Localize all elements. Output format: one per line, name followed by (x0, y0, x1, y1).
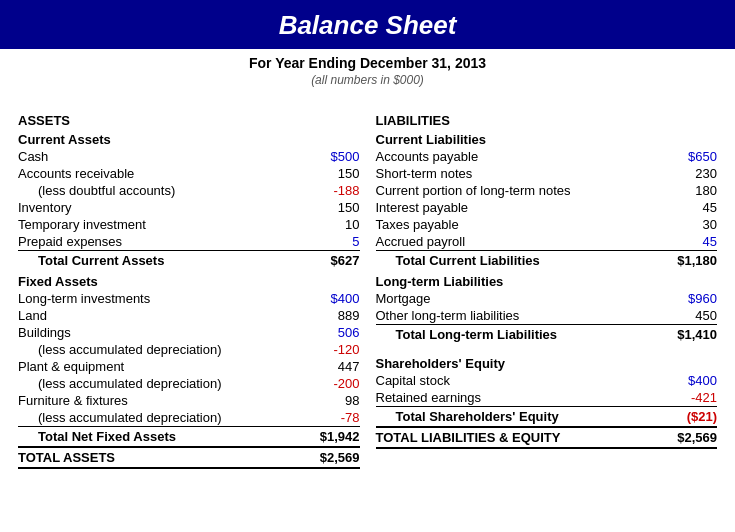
current-longterm-row: Current portion of long-term notes 180 (376, 182, 718, 199)
short-term-notes-label: Short-term notes (376, 166, 663, 181)
plant-row: Plant & equipment 447 (18, 358, 360, 375)
fixed-assets-title: Fixed Assets (18, 274, 360, 289)
total-fixed-assets-row: Total Net Fixed Assets $1,942 (18, 426, 360, 446)
total-liabilities-value: $2,569 (662, 430, 717, 445)
total-current-assets-value: $627 (305, 253, 360, 268)
cash-value: $500 (305, 149, 360, 164)
accrued-payroll-label: Accrued payroll (376, 234, 663, 249)
prepaid-row: Prepaid expenses 5 (18, 233, 360, 250)
header: Balance Sheet (0, 0, 735, 49)
total-current-liabilities-value: $1,180 (662, 253, 717, 268)
current-liabilities-title: Current Liabilities (376, 132, 718, 147)
accounts-payable-label: Accounts payable (376, 149, 663, 164)
inventory-label: Inventory (18, 200, 305, 215)
total-assets-row: TOTAL ASSETS $2,569 (18, 446, 360, 469)
assets-title: ASSETS (18, 113, 360, 128)
capital-stock-value: $400 (662, 373, 717, 388)
land-row: Land 889 (18, 307, 360, 324)
furniture-row: Furniture & fixtures 98 (18, 392, 360, 409)
note: (all numbers in $000) (0, 73, 735, 87)
doubtful-accounts-row: (less doubtful accounts) -188 (18, 182, 360, 199)
accounts-payable-row: Accounts payable $650 (376, 148, 718, 165)
inventory-row: Inventory 150 (18, 199, 360, 216)
other-longterm-row: Other long-term liabilities 450 (376, 307, 718, 324)
doubtful-accounts-value: -188 (305, 183, 360, 198)
total-current-liabilities-label: Total Current Liabilities (376, 253, 663, 268)
accrued-payroll-value: 45 (662, 234, 717, 249)
retained-earnings-row: Retained earnings -421 (376, 389, 718, 406)
plant-depr-value: -200 (305, 376, 360, 391)
total-longterm-value: $1,410 (662, 327, 717, 342)
longterm-liabilities-title: Long-term Liabilities (376, 274, 718, 289)
temp-investment-value: 10 (305, 217, 360, 232)
mortgage-row: Mortgage $960 (376, 290, 718, 307)
total-longterm-row: Total Long-term Liabilities $1,410 (376, 324, 718, 344)
retained-earnings-label: Retained earnings (376, 390, 663, 405)
capital-stock-row: Capital stock $400 (376, 372, 718, 389)
taxes-payable-value: 30 (662, 217, 717, 232)
equity-title: Shareholders' Equity (376, 356, 718, 371)
taxes-payable-row: Taxes payable 30 (376, 216, 718, 233)
interest-payable-label: Interest payable (376, 200, 663, 215)
buildings-depr-row: (less accumulated depreciation) -120 (18, 341, 360, 358)
furniture-label: Furniture & fixtures (18, 393, 305, 408)
total-current-liabilities-row: Total Current Liabilities $1,180 (376, 250, 718, 270)
current-assets-title: Current Assets (18, 132, 360, 147)
total-assets-label: TOTAL ASSETS (18, 450, 305, 465)
interest-payable-row: Interest payable 45 (376, 199, 718, 216)
temp-investment-label: Temporary investment (18, 217, 305, 232)
total-current-assets-row: Total Current Assets $627 (18, 250, 360, 270)
short-term-notes-row: Short-term notes 230 (376, 165, 718, 182)
taxes-payable-label: Taxes payable (376, 217, 663, 232)
other-longterm-value: 450 (662, 308, 717, 323)
total-fixed-assets-label: Total Net Fixed Assets (18, 429, 305, 444)
mortgage-value: $960 (662, 291, 717, 306)
short-term-notes-value: 230 (662, 166, 717, 181)
accounts-receivable-row: Accounts receivable 150 (18, 165, 360, 182)
accounts-receivable-label: Accounts receivable (18, 166, 305, 181)
cash-row: Cash $500 (18, 148, 360, 165)
doubtful-accounts-label: (less doubtful accounts) (38, 183, 305, 198)
liabilities-column: LIABILITIES Current Liabilities Accounts… (368, 105, 726, 469)
current-longterm-value: 180 (662, 183, 717, 198)
current-longterm-label: Current portion of long-term notes (376, 183, 663, 198)
assets-column: ASSETS Current Assets Cash $500 Accounts… (10, 105, 368, 469)
longterm-invest-row: Long-term investments $400 (18, 290, 360, 307)
capital-stock-label: Capital stock (376, 373, 663, 388)
retained-earnings-value: -421 (662, 390, 717, 405)
prepaid-value: 5 (305, 234, 360, 249)
interest-payable-value: 45 (662, 200, 717, 215)
buildings-label: Buildings (18, 325, 305, 340)
plant-value: 447 (305, 359, 360, 374)
buildings-row: Buildings 506 (18, 324, 360, 341)
prepaid-label: Prepaid expenses (18, 234, 305, 249)
plant-depr-row: (less accumulated depreciation) -200 (18, 375, 360, 392)
buildings-depr-value: -120 (305, 342, 360, 357)
furniture-depr-value: -78 (305, 410, 360, 425)
furniture-depr-row: (less accumulated depreciation) -78 (18, 409, 360, 426)
longterm-invest-label: Long-term investments (18, 291, 305, 306)
furniture-value: 98 (305, 393, 360, 408)
total-assets-value: $2,569 (305, 450, 360, 465)
total-liabilities-row: TOTAL LIABILITIES & EQUITY $2,569 (376, 426, 718, 449)
temp-investment-row: Temporary investment 10 (18, 216, 360, 233)
page-title: Balance Sheet (0, 10, 735, 41)
total-current-assets-label: Total Current Assets (18, 253, 305, 268)
mortgage-label: Mortgage (376, 291, 663, 306)
total-equity-value: ($21) (662, 409, 717, 424)
accounts-receivable-value: 150 (305, 166, 360, 181)
total-equity-row: Total Shareholders' Equity ($21) (376, 406, 718, 426)
subtitle: For Year Ending December 31, 2013 (0, 55, 735, 71)
plant-label: Plant & equipment (18, 359, 305, 374)
total-longterm-label: Total Long-term Liabilities (376, 327, 663, 342)
land-value: 889 (305, 308, 360, 323)
total-liabilities-label: TOTAL LIABILITIES & EQUITY (376, 430, 663, 445)
other-longterm-label: Other long-term liabilities (376, 308, 663, 323)
accrued-payroll-row: Accrued payroll 45 (376, 233, 718, 250)
buildings-depr-label: (less accumulated depreciation) (38, 342, 305, 357)
land-label: Land (18, 308, 305, 323)
liabilities-title: LIABILITIES (376, 113, 718, 128)
furniture-depr-label: (less accumulated depreciation) (38, 410, 305, 425)
total-equity-label: Total Shareholders' Equity (376, 409, 663, 424)
accounts-payable-value: $650 (662, 149, 717, 164)
